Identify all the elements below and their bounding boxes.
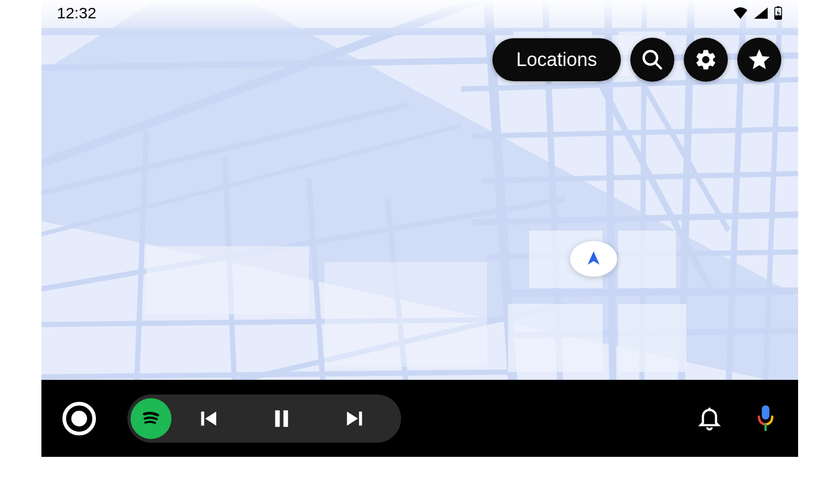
search-icon (641, 48, 664, 71)
svg-rect-36 (618, 231, 676, 288)
svg-rect-48 (275, 410, 279, 427)
svg-rect-38 (618, 304, 686, 372)
svg-rect-52 (761, 405, 769, 419)
home-icon (71, 411, 87, 426)
locations-button[interactable]: Locations (492, 38, 620, 81)
pause-icon (271, 407, 293, 431)
notifications-button[interactable] (696, 404, 723, 433)
bottom-navigation-bar (41, 380, 798, 457)
next-track-button[interactable] (318, 395, 392, 443)
svg-rect-47 (201, 411, 204, 425)
gear-icon (694, 48, 718, 72)
spotify-logo-icon (137, 405, 165, 432)
svg-rect-40 (325, 262, 487, 367)
svg-line-46 (655, 63, 661, 69)
search-button[interactable] (630, 38, 674, 82)
map-controls: Locations (492, 38, 781, 82)
favorites-button[interactable] (737, 38, 781, 82)
svg-rect-39 (146, 246, 309, 314)
location-arrow-icon (585, 250, 603, 268)
voice-assistant-button[interactable] (754, 403, 777, 434)
right-controls (696, 403, 777, 434)
spotify-icon[interactable] (131, 398, 171, 439)
star-icon (747, 47, 772, 72)
map-view[interactable]: 12:32 Locations (41, 0, 798, 380)
skip-previous-icon (196, 407, 220, 431)
current-location-marker[interactable] (570, 241, 617, 277)
svg-rect-49 (283, 410, 288, 427)
svg-rect-41 (41, 0, 798, 37)
previous-track-button[interactable] (171, 395, 245, 443)
bell-icon (696, 404, 723, 433)
settings-button[interactable] (684, 38, 728, 82)
home-button[interactable] (62, 402, 96, 435)
svg-line-22 (503, 291, 798, 293)
svg-rect-50 (359, 411, 362, 425)
play-pause-button[interactable] (245, 395, 318, 443)
media-controls (127, 395, 401, 443)
screen-container: 12:32 Locations (41, 0, 798, 457)
svg-rect-37 (508, 304, 603, 372)
microphone-icon (754, 403, 777, 434)
skip-next-icon (343, 407, 367, 431)
